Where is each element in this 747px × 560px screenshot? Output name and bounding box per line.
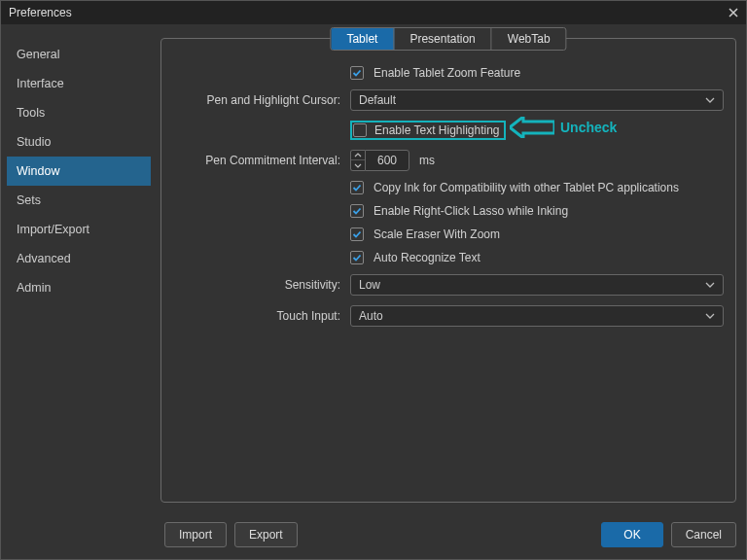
- sidebar-item-import-export[interactable]: Import/Export: [7, 215, 151, 244]
- cancel-button[interactable]: Cancel: [671, 522, 736, 547]
- sidebar-item-window[interactable]: Window: [7, 157, 151, 186]
- copy-ink-checkbox[interactable]: [350, 181, 364, 194]
- touch-select[interactable]: Auto: [350, 305, 724, 327]
- sensitivity-label: Sensitivity:: [173, 278, 340, 292]
- sidebar-item-general[interactable]: General: [7, 40, 151, 69]
- export-button[interactable]: Export: [234, 522, 298, 547]
- arrow-left-icon: [510, 117, 554, 138]
- highlight-annotation-box: Enable Text Highlighting: [350, 121, 506, 140]
- sidebar-item-advanced[interactable]: Advanced: [7, 244, 151, 273]
- sidebar: General Interface Tools Studio Window Se…: [1, 24, 157, 512]
- text-highlight-checkbox[interactable]: [353, 123, 367, 137]
- text-highlight-label[interactable]: Enable Text Highlighting: [374, 123, 500, 137]
- preferences-window: Preferences General Interface Tools Stud…: [0, 0, 747, 560]
- scale-eraser-label[interactable]: Scale Eraser With Zoom: [374, 228, 500, 241]
- auto-recognize-checkbox[interactable]: [350, 251, 364, 264]
- auto-recognize-label[interactable]: Auto Recognize Text: [374, 251, 480, 264]
- tab-tablet[interactable]: Tablet: [331, 28, 394, 50]
- annotation-text: Uncheck: [560, 120, 617, 135]
- sidebar-item-admin[interactable]: Admin: [7, 273, 151, 302]
- cursor-select[interactable]: Default: [350, 89, 724, 111]
- tabs: Tablet Presentation WebTab: [330, 27, 566, 51]
- sidebar-item-studio[interactable]: Studio: [7, 127, 151, 157]
- chevron-down-icon: [705, 97, 715, 103]
- right-click-lasso-label[interactable]: Enable Right-Click Lasso while Inking: [374, 204, 568, 218]
- sidebar-item-interface[interactable]: Interface: [7, 69, 151, 98]
- titlebar: Preferences: [1, 1, 746, 24]
- form: Enable Tablet Zoom Feature Pen and Highl…: [173, 66, 724, 327]
- import-button[interactable]: Import: [164, 522, 227, 547]
- sensitivity-value: Low: [359, 278, 380, 292]
- tab-presentation[interactable]: Presentation: [394, 28, 491, 50]
- tab-webtab[interactable]: WebTab: [492, 28, 566, 50]
- content-frame: Tablet Presentation WebTab Enable Tablet…: [160, 38, 736, 503]
- commit-value-input[interactable]: 600: [365, 150, 409, 171]
- right-click-lasso-checkbox[interactable]: [350, 204, 364, 218]
- sidebar-item-tools[interactable]: Tools: [7, 98, 151, 127]
- enable-zoom-label[interactable]: Enable Tablet Zoom Feature: [374, 66, 520, 80]
- cursor-label: Pen and Highlight Cursor:: [173, 93, 340, 107]
- scale-eraser-checkbox[interactable]: [350, 228, 364, 241]
- enable-zoom-checkbox[interactable]: [350, 66, 364, 80]
- cursor-value: Default: [359, 93, 396, 107]
- footer: Import Export OK Cancel: [1, 512, 746, 559]
- commit-spinner[interactable]: [350, 150, 365, 171]
- close-icon[interactable]: [727, 6, 740, 19]
- touch-value: Auto: [359, 309, 383, 323]
- copy-ink-label[interactable]: Copy Ink for Compatibility with other Ta…: [374, 181, 679, 194]
- commit-label: Pen Commitment Interval:: [173, 154, 340, 167]
- chevron-down-icon: [705, 313, 715, 319]
- sensitivity-select[interactable]: Low: [350, 274, 724, 296]
- window-title: Preferences: [9, 6, 72, 19]
- spin-up-icon[interactable]: [351, 151, 365, 160]
- chevron-down-icon: [705, 282, 715, 288]
- commit-unit: ms: [419, 154, 435, 167]
- annotation-uncheck: Uncheck: [510, 117, 617, 138]
- sidebar-item-sets[interactable]: Sets: [7, 186, 151, 215]
- touch-label: Touch Input:: [173, 309, 340, 323]
- ok-button[interactable]: OK: [601, 522, 662, 547]
- spin-down-icon[interactable]: [351, 160, 365, 170]
